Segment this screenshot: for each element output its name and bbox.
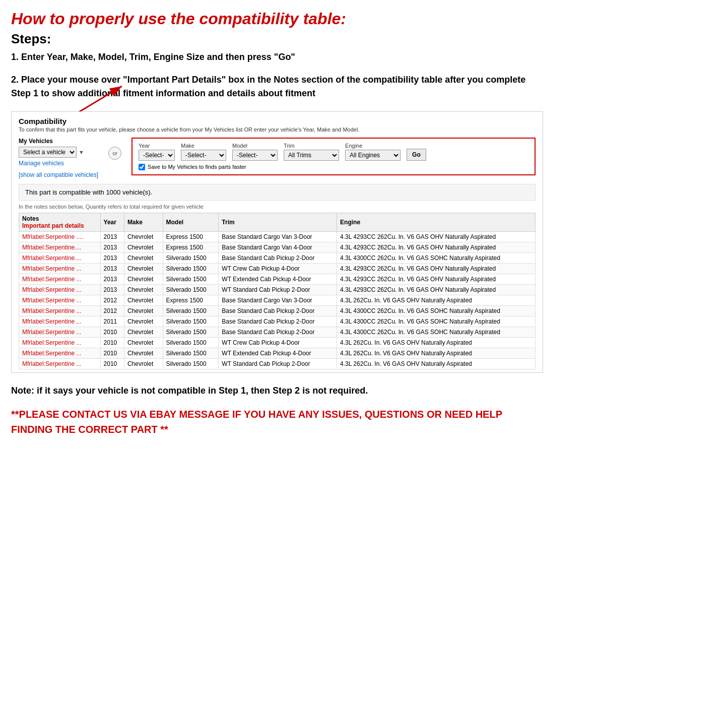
data-cell: WT Extended Cab Pickup 4-Door xyxy=(219,274,337,284)
important-part-details-label: Important part details xyxy=(22,222,84,229)
data-cell: Silverado 1500 xyxy=(163,263,219,274)
trim-header: Trim xyxy=(219,213,337,231)
table-row: Mfrlabel:Serpentine ...2012ChevroletSilv… xyxy=(19,305,536,316)
notes-cell: Mfrlabel:Serpentine ... xyxy=(19,316,101,327)
make-select[interactable]: -Select- xyxy=(181,150,226,161)
notes-cell: Mfrlabel:Serpentine .... xyxy=(19,231,101,242)
my-vehicles-section: My Vehicles Select a vehicle ▼ Manage ve… xyxy=(19,138,98,179)
data-cell: Silverado 1500 xyxy=(163,305,219,316)
notes-cell: Mfrlabel:Serpentine ... xyxy=(19,305,101,316)
data-cell: Base Standard Cab Pickup 2-Door xyxy=(219,252,337,263)
data-cell: WT Standard Cab Pickup 2-Door xyxy=(219,284,337,295)
data-cell: Silverado 1500 xyxy=(163,274,219,284)
steps-heading: Steps: xyxy=(11,31,543,47)
table-row: Mfrlabel:Serpentine ...2013ChevroletSilv… xyxy=(19,274,536,284)
data-cell: Express 1500 xyxy=(163,295,219,305)
notes-cell: Mfrlabel:Serpentine ... xyxy=(19,263,101,274)
model-header: Model xyxy=(163,213,219,231)
year-label: Year xyxy=(139,143,175,149)
data-cell: 2013 xyxy=(100,284,124,295)
annotation-wrapper: Compatibility To confirm that this part … xyxy=(11,111,543,373)
notes-cell: Mfrlabel:Serpentine.... xyxy=(19,242,101,252)
vehicles-row: My Vehicles Select a vehicle ▼ Manage ve… xyxy=(19,138,536,179)
data-cell: 4.3L 4293CC 262Cu. In. V6 GAS OHV Natura… xyxy=(337,263,536,274)
my-vehicles-label: My Vehicles xyxy=(19,138,98,145)
data-cell: 2010 xyxy=(100,337,124,348)
step1-text: 1. Enter Year, Make, Model, Trim, Engine… xyxy=(11,51,543,63)
quantity-note: In the notes section below, Quantity ref… xyxy=(19,204,536,210)
notes-cell: Mfrlabel:Serpentine.... xyxy=(19,252,101,263)
table-row: Mfrlabel:Serpentine ...2013ChevroletSilv… xyxy=(19,263,536,274)
data-cell: 2010 xyxy=(100,358,124,369)
notes-cell: Mfrlabel:Serpentine ... xyxy=(19,295,101,305)
model-field-group: Model -Select- xyxy=(232,143,278,161)
data-cell: Silverado 1500 xyxy=(163,284,219,295)
data-cell: Silverado 1500 xyxy=(163,327,219,337)
data-cell: 4.3L 4293CC 262Cu. In. V6 GAS OHV Natura… xyxy=(337,284,536,295)
table-row: Mfrlabel:Serpentine....2013ChevroletSilv… xyxy=(19,252,536,263)
data-cell: Chevrolet xyxy=(124,263,163,274)
engine-field-group: Engine All Engines xyxy=(345,143,401,161)
save-vehicles-checkbox[interactable] xyxy=(139,164,145,170)
trim-field-group: Trim All Trims xyxy=(284,143,339,161)
data-cell: Base Standard Cargo Van 3-Door xyxy=(219,295,337,305)
table-row: Mfrlabel:Serpentine ...2011ChevroletSilv… xyxy=(19,316,536,327)
show-all-link[interactable]: [show all compatible vehicles] xyxy=(19,171,98,178)
note-text: Note: if it says your vehicle is not com… xyxy=(11,384,543,398)
trim-select[interactable]: All Trims xyxy=(284,150,339,161)
data-cell: Express 1500 xyxy=(163,242,219,252)
year-select[interactable]: -Select- xyxy=(139,150,175,161)
make-field-group: Make -Select- xyxy=(181,143,226,161)
data-cell: Chevrolet xyxy=(124,284,163,295)
engine-select[interactable]: All Engines xyxy=(345,150,401,161)
notes-cell: Mfrlabel:Serpentine ... xyxy=(19,337,101,348)
data-cell: Silverado 1500 xyxy=(163,348,219,358)
trim-label: Trim xyxy=(284,143,339,149)
compatibility-container: Compatibility To confirm that this part … xyxy=(11,111,543,373)
model-select[interactable]: -Select- xyxy=(232,150,278,161)
engine-header: Engine xyxy=(337,213,536,231)
data-cell: Chevrolet xyxy=(124,295,163,305)
engine-label: Engine xyxy=(345,143,401,149)
main-title: How to properly use the compatibility ta… xyxy=(11,9,543,28)
go-button[interactable]: Go xyxy=(407,149,426,161)
data-cell: 4.3L 4300CC 262Cu. In. V6 GAS SOHC Natur… xyxy=(337,327,536,337)
model-label: Model xyxy=(232,143,278,149)
data-cell: Chevrolet xyxy=(124,231,163,242)
year-make-section: Year -Select- Make -Select- Model xyxy=(131,138,536,175)
data-cell: 2013 xyxy=(100,242,124,252)
make-header: Make xyxy=(124,213,163,231)
notes-cell: Mfrlabel:Serpentine ... xyxy=(19,274,101,284)
or-divider: or xyxy=(108,147,121,160)
data-cell: Chevrolet xyxy=(124,242,163,252)
vehicle-select[interactable]: Select a vehicle xyxy=(19,147,77,158)
table-row: Mfrlabel:Serpentine ...2010ChevroletSilv… xyxy=(19,327,536,337)
notes-cell: Mfrlabel:Serpentine ... xyxy=(19,327,101,337)
data-cell: 4.3L 4293CC 262Cu. In. V6 GAS OHV Natura… xyxy=(337,274,536,284)
save-vehicles-label: Save to My Vehicles to finds parts faste… xyxy=(148,164,246,170)
data-cell: 4.3L 4300CC 262Cu. In. V6 GAS SOHC Natur… xyxy=(337,252,536,263)
data-cell: 2013 xyxy=(100,274,124,284)
data-cell: 4.3L 4300CC 262Cu. In. V6 GAS SOHC Natur… xyxy=(337,316,536,327)
table-row: Mfrlabel:Serpentine ...2010ChevroletSilv… xyxy=(19,348,536,358)
data-cell: WT Extended Cab Pickup 4-Door xyxy=(219,348,337,358)
data-cell: Base Standard Cab Pickup 2-Door xyxy=(219,327,337,337)
year-make-row: Year -Select- Make -Select- Model xyxy=(139,143,528,161)
notes-cell: Mfrlabel:Serpentine ... xyxy=(19,358,101,369)
year-field-group: Year -Select- xyxy=(139,143,175,161)
data-cell: 2010 xyxy=(100,327,124,337)
table-body: Mfrlabel:Serpentine ....2013ChevroletExp… xyxy=(19,231,536,369)
save-vehicles-row: Save to My Vehicles to finds parts faste… xyxy=(139,164,528,170)
notes-cell: Mfrlabel:Serpentine ... xyxy=(19,284,101,295)
compat-description: To confirm that this part fits your vehi… xyxy=(19,126,536,133)
data-cell: Chevrolet xyxy=(124,316,163,327)
table-row: Mfrlabel:Serpentine....2013ChevroletExpr… xyxy=(19,242,536,252)
data-cell: WT Standard Cab Pickup 2-Door xyxy=(219,358,337,369)
data-cell: Silverado 1500 xyxy=(163,358,219,369)
data-cell: 4.3L 262Cu. In. V6 GAS OHV Naturally Asp… xyxy=(337,358,536,369)
data-cell: Chevrolet xyxy=(124,305,163,316)
data-cell: Chevrolet xyxy=(124,337,163,348)
manage-vehicles-link[interactable]: Manage vehicles xyxy=(19,160,98,167)
data-cell: 4.3L 4293CC 262Cu. In. V6 GAS OHV Natura… xyxy=(337,231,536,242)
data-cell: Silverado 1500 xyxy=(163,337,219,348)
